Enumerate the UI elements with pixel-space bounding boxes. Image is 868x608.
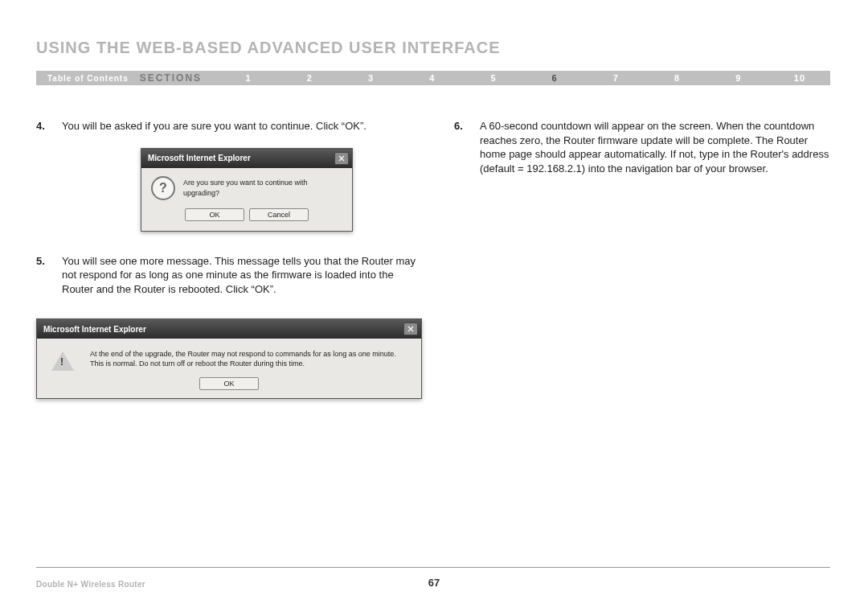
page-title: USING THE WEB-BASED ADVANCED USER INTERF… (36, 39, 500, 57)
section-link-10[interactable]: 10 (769, 73, 830, 83)
section-link-3[interactable]: 3 (340, 73, 401, 83)
dialog-message: At the end of the upgrade, the Router ma… (90, 350, 408, 368)
step-text: You will be asked if you are sure you wa… (62, 119, 422, 134)
section-link-4[interactable]: 4 (402, 73, 463, 83)
dialog-buttons: OK Cancel (185, 208, 309, 221)
step-number: 5. (36, 254, 62, 297)
document-page: USING THE WEB-BASED ADVANCED USER INTERF… (0, 0, 868, 608)
dialog-title: Microsoft Internet Explorer (148, 153, 251, 164)
step-4: 4. You will be asked if you are sure you… (36, 119, 422, 134)
section-link-1[interactable]: 1 (218, 73, 279, 83)
warning-icon (51, 351, 74, 371)
upgrade-wait-dialog: Microsoft Internet Explorer At the end o… (36, 318, 422, 399)
confirm-upgrade-dialog: Microsoft Internet Explorer ? Are you su… (141, 148, 353, 232)
cancel-button[interactable]: Cancel (249, 208, 309, 221)
dialog-body: At the end of the upgrade, the Router ma… (37, 339, 421, 398)
close-icon[interactable] (334, 152, 349, 165)
section-nav-bar: Table of Contents SECTIONS 1 2 3 4 5 6 7… (36, 71, 830, 85)
section-link-7[interactable]: 7 (585, 73, 646, 83)
close-icon[interactable] (403, 322, 418, 335)
dialog-body: ? Are you sure you want to continue with… (141, 168, 352, 231)
dialog-message: Are you sure you want to continue with u… (183, 178, 342, 197)
section-link-6[interactable]: 6 (524, 73, 585, 83)
step-text: A 60-second countdown will appear on the… (480, 119, 830, 175)
step-6: 6. A 60-second countdown will appear on … (454, 119, 830, 175)
dialog-titlebar: Microsoft Internet Explorer (141, 149, 352, 168)
ok-button[interactable]: OK (185, 208, 244, 221)
step-number: 4. (36, 119, 62, 134)
section-link-2[interactable]: 2 (279, 73, 340, 83)
section-link-5[interactable]: 5 (463, 73, 524, 83)
dialog-title: Microsoft Internet Explorer (43, 324, 146, 335)
step-text: You will see one more message. This mess… (62, 254, 422, 297)
page-number: 67 (0, 577, 868, 589)
section-numbers: 1 2 3 4 5 6 7 8 9 10 (218, 73, 830, 83)
step-5: 5. You will see one more message. This m… (36, 254, 422, 297)
section-link-8[interactable]: 8 (646, 73, 707, 83)
sections-label: SECTIONS (140, 72, 218, 84)
dialog-buttons: OK (199, 377, 259, 390)
section-link-9[interactable]: 9 (708, 73, 769, 83)
step-number: 6. (454, 119, 480, 175)
dialog-titlebar: Microsoft Internet Explorer (37, 319, 421, 339)
question-icon: ? (151, 176, 175, 200)
left-column: 4. You will be asked if you are sure you… (36, 119, 422, 399)
right-column: 6. A 60-second countdown will appear on … (454, 119, 830, 399)
toc-link[interactable]: Table of Contents (36, 74, 140, 83)
footer-divider (36, 567, 830, 568)
content-columns: 4. You will be asked if you are sure you… (36, 119, 830, 399)
ok-button[interactable]: OK (199, 377, 259, 390)
